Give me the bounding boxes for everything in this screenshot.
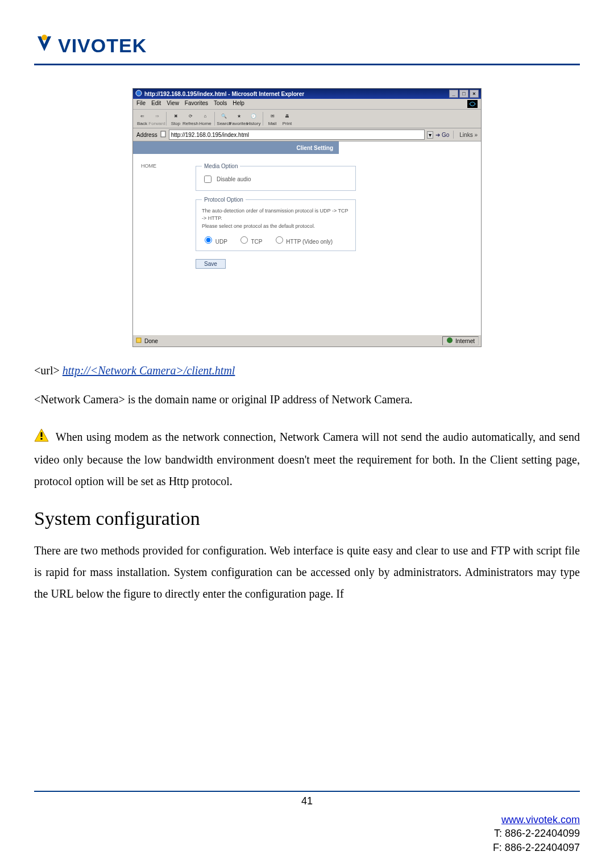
favorites-button[interactable]: ★Favorites [232, 111, 246, 127]
address-dropdown-icon[interactable]: ▾ [427, 131, 433, 139]
warning-text: When using modem as the network connecti… [34, 431, 580, 487]
address-bar: Address ▾ ➔ Go Links » [133, 128, 481, 141]
url-line: <url> http://<Network Camera>/client.htm… [34, 364, 580, 377]
status-done-text: Done [144, 338, 158, 344]
status-zone: Internet [442, 336, 479, 345]
page-content: Client Setting HOME Media Option Disable… [133, 141, 481, 335]
client-setting-header: Client Setting [133, 141, 339, 154]
vivotek-logo-icon [34, 34, 55, 57]
client-setting-title: Client Setting [297, 145, 333, 151]
media-option-fieldset: Media Option Disable audio [196, 163, 356, 191]
ie-icon [135, 90, 142, 98]
maximize-button[interactable]: □ [459, 90, 468, 98]
forward-button[interactable]: ⇒Forward [150, 111, 164, 127]
url-note: <Network Camera> is the domain name or o… [34, 389, 580, 410]
menu-tools[interactable]: Tools [214, 100, 227, 108]
radio-tcp[interactable] [240, 236, 248, 244]
status-done-icon [135, 337, 142, 345]
footer-contact: www.vivotek.com T: 886-2-22404099 F: 886… [34, 813, 580, 854]
back-icon: ⇐ [137, 111, 147, 120]
menu-edit[interactable]: Edit [151, 100, 161, 108]
page-icon [160, 131, 167, 139]
svg-point-0 [42, 35, 47, 40]
window-title: http://192.168.0.195/index.html - Micros… [144, 91, 304, 97]
radio-http[interactable] [276, 236, 283, 244]
radio-http-row[interactable]: HTTP (Video only) [273, 235, 333, 245]
svg-rect-6 [41, 432, 43, 437]
links-button[interactable]: Links » [459, 132, 478, 138]
refresh-button[interactable]: ⟳Refresh [184, 111, 197, 127]
minimize-button[interactable]: _ [449, 90, 458, 98]
footer-fax: F: 886-2-22404097 [493, 842, 580, 853]
svg-rect-7 [41, 438, 43, 440]
internet-zone-icon [446, 337, 453, 345]
stop-button[interactable]: ✖Stop [169, 111, 182, 127]
menu-view[interactable]: View [167, 100, 179, 108]
svg-point-1 [136, 90, 142, 96]
titlebar: http://192.168.0.195/index.html - Micros… [133, 89, 481, 99]
refresh-icon: ⟳ [185, 111, 196, 120]
mail-button[interactable]: ✉Mail [265, 111, 279, 127]
history-icon: 🕘 [248, 111, 259, 120]
print-icon: 🖶 [282, 111, 292, 120]
toolbar: ⇐Back ⇒Forward ✖Stop ⟳Refresh ⌂Home 🔍Sea… [133, 110, 481, 128]
radio-udp-row[interactable]: UDP [202, 235, 227, 245]
menubar: File Edit View Favorites Tools Help [133, 99, 481, 110]
status-zone-text: Internet [455, 338, 475, 344]
forward-icon: ⇒ [152, 111, 162, 120]
warning-icon [34, 427, 49, 449]
save-button[interactable]: Save [196, 259, 226, 269]
footer-tel: T: 886-2-22404099 [494, 828, 580, 839]
svg-rect-3 [136, 338, 141, 343]
back-button[interactable]: ⇐Back [135, 111, 149, 127]
address-label: Address [136, 132, 157, 138]
radio-tcp-label: TCP [251, 239, 263, 245]
browser-window: http://192.168.0.195/index.html - Micros… [132, 88, 482, 347]
header-rule [34, 64, 580, 65]
radio-http-label: HTTP (Video only) [286, 239, 333, 245]
stop-icon: ✖ [171, 111, 181, 120]
nav-home[interactable]: HOME [141, 163, 156, 169]
disable-audio-checkbox[interactable] [204, 176, 211, 183]
footer-link[interactable]: www.vivotek.com [501, 814, 580, 825]
protocol-msg-1: The auto-detection order of transmission… [202, 207, 350, 222]
search-button[interactable]: 🔍Search [217, 111, 231, 127]
protocol-msg-2: Please select one protocol as the defaul… [202, 223, 350, 230]
svg-rect-2 [161, 131, 165, 137]
radio-tcp-row[interactable]: TCP [238, 235, 263, 245]
favorites-icon: ★ [234, 111, 244, 120]
print-button[interactable]: 🖶Print [280, 111, 294, 127]
client-html-link[interactable]: http://<Network Camera>/client.html [63, 364, 235, 377]
logo-text: VIVOTEK [58, 35, 147, 57]
media-option-legend: Media Option [202, 163, 240, 169]
left-nav: HOME [133, 141, 193, 335]
home-button[interactable]: ⌂Home [198, 111, 212, 127]
header-logo: VIVOTEK [34, 34, 580, 57]
disable-audio-row[interactable]: Disable audio [202, 174, 350, 185]
heading-system-configuration: System configuration [34, 508, 580, 529]
url-label: <url> [34, 364, 63, 377]
protocol-option-legend: Protocol Option [202, 197, 246, 203]
mail-icon: ✉ [267, 111, 277, 120]
go-button[interactable]: ➔ Go [435, 132, 449, 138]
go-icon: ➔ [435, 132, 440, 138]
system-config-para: There are two methods provided for confi… [34, 540, 580, 604]
disable-audio-label: Disable audio [217, 176, 251, 182]
menu-favorites[interactable]: Favorites [185, 100, 208, 108]
protocol-option-fieldset: Protocol Option The auto-detection order… [196, 197, 356, 251]
address-input[interactable] [169, 130, 425, 140]
close-button[interactable]: × [470, 90, 479, 98]
radio-udp[interactable] [205, 236, 212, 244]
page-number: 41 [34, 792, 580, 807]
menu-help[interactable]: Help [233, 100, 244, 108]
ie-brand-icon [467, 100, 478, 108]
home-icon: ⌂ [200, 111, 210, 120]
svg-point-4 [447, 337, 453, 343]
menu-file[interactable]: File [136, 100, 146, 108]
search-icon: 🔍 [219, 111, 229, 120]
radio-udp-label: UDP [215, 239, 227, 245]
statusbar: Done Internet [133, 335, 481, 347]
history-button[interactable]: 🕘History [247, 111, 260, 127]
